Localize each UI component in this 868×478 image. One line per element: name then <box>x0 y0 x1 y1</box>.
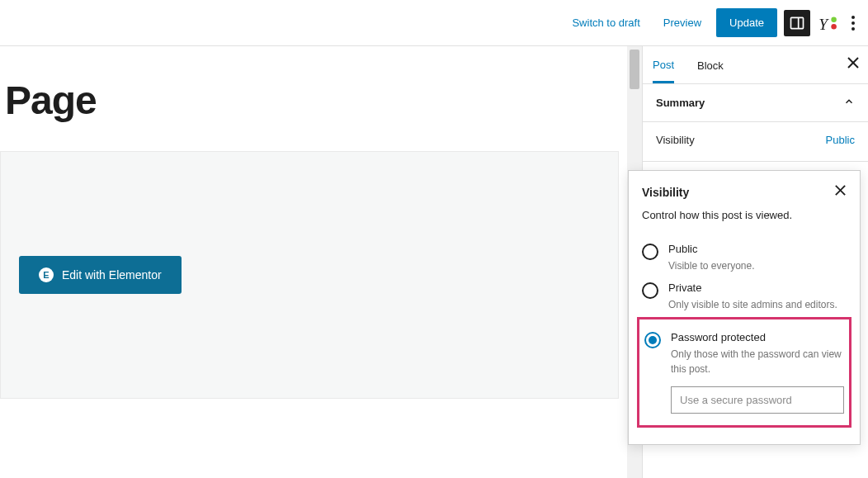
visibility-option-private[interactable]: Private Only visible to site admins and … <box>642 273 847 312</box>
password-option-highlight: Password protected Only those with the p… <box>637 317 851 428</box>
radio-private[interactable] <box>642 282 658 299</box>
visibility-row[interactable]: Visibility Public <box>643 122 868 162</box>
radio-public-label: Public <box>668 243 847 255</box>
switch-to-draft-link[interactable]: Switch to draft <box>564 12 648 34</box>
radio-password-desc: Only those with the password can view th… <box>671 347 844 376</box>
tab-block[interactable]: Block <box>697 48 724 82</box>
content-canvas[interactable]: E Edit with Elementor <box>0 151 619 399</box>
yoast-seo-icon[interactable]: Y <box>817 12 838 34</box>
password-input[interactable] <box>671 386 844 414</box>
visibility-row-value[interactable]: Public <box>826 134 855 146</box>
visibility-popover: Visibility Control how this post is view… <box>628 170 861 445</box>
elementor-button-label: Edit with Elementor <box>62 268 162 282</box>
visibility-option-public[interactable]: Public Visible to everyone. <box>642 234 847 273</box>
settings-sidebar: Post Block Summary Visibility Public Vis… <box>642 46 868 478</box>
radio-public[interactable] <box>642 244 658 260</box>
radio-private-desc: Only visible to site admins and editors. <box>668 297 847 312</box>
radio-private-label: Private <box>668 282 847 294</box>
scrollbar-thumb[interactable] <box>630 50 639 89</box>
popover-title: Visibility <box>642 186 689 199</box>
more-options-icon[interactable] <box>845 11 861 35</box>
edit-with-elementor-button[interactable]: E Edit with Elementor <box>19 256 182 294</box>
svg-rect-0 <box>791 17 804 28</box>
visibility-option-password[interactable]: Password protected Only those with the p… <box>644 323 844 376</box>
page-title[interactable]: Page <box>5 78 627 123</box>
radio-password[interactable] <box>644 332 661 348</box>
popover-description: Control how this post is viewed. <box>642 209 847 221</box>
svg-text:Y: Y <box>818 15 829 32</box>
summary-panel-header[interactable]: Summary <box>643 84 868 122</box>
tab-post[interactable]: Post <box>653 47 674 83</box>
editor-canvas-area: Page E Edit with Elementor <box>0 46 627 478</box>
visibility-row-label: Visibility <box>656 134 695 146</box>
preview-link[interactable]: Preview <box>655 12 710 34</box>
summary-label: Summary <box>656 97 705 109</box>
elementor-icon: E <box>39 267 54 282</box>
popover-close-icon[interactable] <box>834 184 847 201</box>
svg-point-3 <box>831 17 837 22</box>
settings-sidebar-toggle-icon[interactable] <box>784 10 810 36</box>
update-button[interactable]: Update <box>716 8 777 37</box>
radio-public-desc: Visible to everyone. <box>668 258 847 273</box>
sidebar-tabs: Post Block <box>643 46 868 84</box>
chevron-up-icon <box>843 96 855 110</box>
close-sidebar-icon[interactable] <box>847 56 860 73</box>
svg-point-4 <box>831 24 837 30</box>
top-toolbar: Switch to draft Preview Update Y <box>0 0 868 46</box>
radio-password-label: Password protected <box>671 331 844 343</box>
